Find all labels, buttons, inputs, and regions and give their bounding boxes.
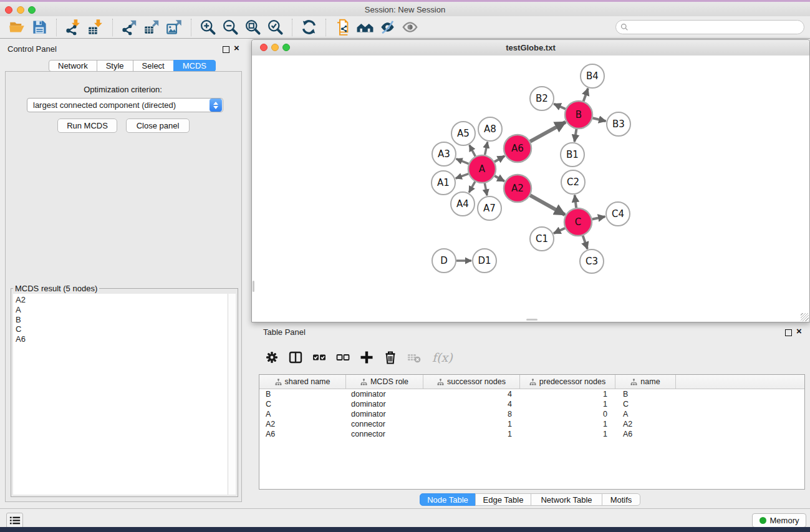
cell-predecessor-nodes[interactable]: 0 (520, 410, 615, 418)
table-row[interactable]: Bdominator41B (259, 389, 804, 399)
tab-style[interactable]: Style (97, 60, 133, 72)
export-table-button[interactable] (142, 18, 161, 37)
mcds-result-item[interactable]: A6 (16, 334, 228, 344)
hide-graphics-details-button[interactable] (378, 18, 397, 37)
tab-edge-table[interactable]: Edge Table (475, 493, 531, 506)
table-row[interactable]: A2connector11A2 (259, 419, 804, 429)
vertical-scroll-indicator[interactable] (253, 281, 254, 292)
export-network-button[interactable] (120, 18, 138, 37)
node-table[interactable]: shared nameMCDS rolesuccessor nodesprede… (259, 374, 805, 490)
import-table-button[interactable] (86, 18, 105, 37)
run-mcds-button[interactable]: Run MCDS (57, 118, 117, 133)
control-panel-close-button[interactable]: × (234, 45, 239, 51)
tab-network[interactable]: Network (49, 60, 97, 72)
cell-name[interactable]: A2 (615, 420, 676, 428)
edge-C-C2[interactable] (575, 195, 577, 208)
add-column-button[interactable] (359, 349, 375, 365)
edge-A2-C[interactable] (530, 195, 565, 215)
optimization-criterion-select[interactable]: largest connected component (directed) (27, 98, 223, 112)
table-panel-float-button[interactable] (785, 329, 792, 338)
delete-column-button[interactable] (382, 349, 398, 365)
status-list-button[interactable] (6, 513, 23, 528)
select-all-checkbox-button[interactable] (311, 349, 327, 365)
deselect-all-checkbox-button[interactable] (335, 349, 351, 365)
tab-network-table[interactable]: Network Table (531, 493, 602, 506)
cell-MCDS-role[interactable]: dominator (346, 390, 423, 399)
mcds-result-scrollbar[interactable] (228, 294, 236, 495)
edge-A-A1[interactable] (456, 174, 469, 178)
edge-A-A8[interactable] (485, 142, 488, 155)
split-panel-button[interactable] (287, 349, 304, 365)
network-graph[interactable]: B4B2BB3A8A5A6A3B1AC2A1A2A4A7C4CC1C3DD1 (252, 56, 809, 322)
cell-shared-name[interactable]: A (259, 410, 346, 418)
app-titlebar[interactable]: Session: New Session (0, 2, 810, 16)
cell-predecessor-nodes[interactable]: 1 (520, 420, 615, 428)
delete-table-button[interactable] (406, 349, 422, 365)
edge-A-A4[interactable] (469, 181, 475, 193)
mcds-result-item[interactable]: C (16, 324, 228, 334)
cell-shared-name[interactable]: C (259, 400, 346, 409)
mcds-result-item[interactable]: B (16, 315, 228, 325)
tab-motifs[interactable]: Motifs (602, 493, 640, 506)
search-input[interactable] (629, 22, 804, 33)
control-panel-float-button[interactable] (223, 46, 229, 55)
cell-successor-nodes[interactable]: 8 (423, 410, 520, 418)
refresh-layout-button[interactable] (299, 18, 318, 37)
mcds-result-item[interactable]: A (16, 305, 228, 315)
cell-successor-nodes[interactable]: 4 (423, 400, 520, 409)
cell-name[interactable]: A (615, 410, 676, 418)
table-panel-close-button[interactable]: × (796, 328, 802, 334)
edge-A-A2[interactable] (494, 176, 504, 181)
edge-A-A3[interactable] (456, 159, 469, 164)
edge-A6-B[interactable] (530, 122, 566, 142)
cell-MCDS-role[interactable]: connector (346, 430, 423, 438)
column-header-name[interactable]: name (615, 375, 676, 389)
cell-predecessor-nodes[interactable]: 1 (520, 400, 615, 409)
edge-B-B3[interactable] (592, 118, 605, 121)
tab-select[interactable]: Select (133, 60, 174, 72)
zoom-out-button[interactable] (221, 18, 239, 37)
horizontal-scroll-indicator[interactable] (526, 319, 538, 321)
cell-shared-name[interactable]: B (259, 390, 346, 399)
column-header-predecessor-nodes[interactable]: predecessor nodes (520, 375, 615, 389)
cell-predecessor-nodes[interactable]: 1 (520, 390, 615, 399)
edge-C-C4[interactable] (592, 216, 605, 219)
edge-B-B2[interactable] (554, 104, 566, 109)
cell-shared-name[interactable]: A2 (259, 420, 346, 428)
save-session-button[interactable] (30, 18, 49, 37)
cell-predecessor-nodes[interactable]: 1 (520, 430, 615, 438)
column-header-MCDS-role[interactable]: MCDS role (346, 375, 423, 389)
mcds-result-item[interactable]: A2 (16, 295, 228, 305)
edge-C-C3[interactable] (583, 236, 587, 249)
search-box[interactable] (615, 20, 804, 34)
cell-successor-nodes[interactable]: 1 (423, 420, 520, 428)
zoom-fit-button[interactable] (243, 18, 262, 37)
mcds-result-list[interactable]: A2ABCA6 (13, 294, 228, 495)
cell-successor-nodes[interactable]: 1 (423, 430, 520, 438)
tab-node-table[interactable]: Node Table (420, 493, 476, 506)
cell-name[interactable]: B (615, 390, 676, 399)
cell-name[interactable]: C (615, 400, 676, 409)
edge-A-A5[interactable] (470, 145, 476, 157)
open-session-button[interactable] (7, 18, 26, 37)
close-panel-button[interactable]: Close panel (126, 118, 190, 133)
memory-button[interactable]: Memory (752, 513, 806, 528)
zoom-in-button[interactable] (198, 18, 217, 37)
cell-shared-name[interactable]: A6 (259, 430, 346, 438)
cell-MCDS-role[interactable]: dominator (346, 410, 423, 418)
network-file-button[interactable] (333, 18, 352, 37)
table-row[interactable]: Adominator80A (259, 409, 804, 419)
edge-B-B1[interactable] (574, 129, 576, 142)
column-header-shared-name[interactable]: shared name (259, 375, 346, 389)
zoom-selected-button[interactable] (266, 18, 284, 37)
network-window-titlebar[interactable]: testGlobe.txt (252, 40, 809, 56)
network-view-window[interactable]: testGlobe.txt B4B2BB3A8A5A6A3B1AC2A1A2A4… (251, 39, 810, 322)
settings-gear-button[interactable] (264, 349, 280, 365)
edge-C-C1[interactable] (554, 228, 565, 233)
cell-MCDS-role[interactable]: connector (346, 420, 423, 428)
table-row[interactable]: Cdominator41C (259, 399, 804, 409)
network-canvas[interactable]: B4B2BB3A8A5A6A3B1AC2A1A2A4A7C4CC1C3DD1 (252, 56, 809, 322)
function-builder-button[interactable]: f(x) (432, 351, 453, 364)
cell-successor-nodes[interactable]: 4 (423, 390, 520, 399)
export-image-button[interactable] (165, 18, 183, 37)
